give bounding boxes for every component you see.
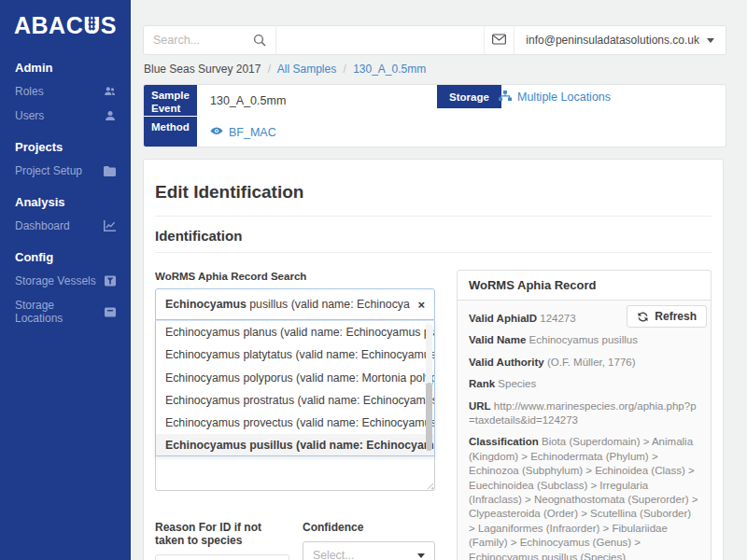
search-section: [144, 26, 276, 54]
breadcrumb: Blue Seas Survey 2017 / All Samples / 13…: [144, 63, 426, 76]
method-link[interactable]: BF_MAC: [197, 117, 276, 147]
page-title: Edit Identification: [155, 182, 712, 203]
field-label: Rank: [469, 378, 495, 389]
sidebar-item-label: Project Setup: [15, 164, 82, 177]
sidebar-item-label: Users: [15, 109, 44, 122]
worms-search-combobox[interactable]: Echinocyamus pusillus (valid name: Echin…: [155, 288, 435, 320]
search-icon[interactable]: [253, 34, 266, 47]
combobox-selected-value: Echinocyamus pusillus (valid name: Echin…: [165, 298, 410, 311]
sidebar-section-config: Config: [0, 238, 131, 269]
field-label: Valid Name: [469, 334, 526, 345]
field-label: Classification: [469, 436, 539, 447]
search-input[interactable]: [153, 34, 253, 47]
divider: [155, 216, 712, 217]
storage-value: Multiple Locations: [517, 91, 611, 104]
eye-icon: [210, 126, 223, 139]
method-value: BF_MAC: [229, 126, 276, 139]
app-logo[interactable]: ABACUS: [0, 0, 131, 49]
chart-line-icon: [104, 220, 116, 231]
confidence-placeholder: Select...: [313, 549, 417, 560]
sidebar-section-projects: Projects: [0, 128, 131, 159]
refresh-button-label: Refresh: [655, 310, 697, 323]
divider: [155, 252, 712, 253]
confidence-label: Confidence: [303, 521, 435, 534]
envelope-icon: [492, 32, 506, 49]
selects-row: Reason For ID if not taken to species Se…: [155, 521, 435, 560]
chevron-down-icon: [417, 553, 425, 558]
notes-area-wrapper: Echinocyamus planus (valid name: Echinoc…: [155, 320, 435, 491]
vessel-icon: [105, 275, 116, 287]
sidebar-item-storage-vessels[interactable]: Storage Vessels: [0, 269, 131, 293]
worms-search-results-dropdown: Echinocyamus planus (valid name: Echinoc…: [155, 320, 435, 456]
confidence-field: Confidence Select...: [303, 521, 435, 560]
sidebar-item-storage-locations[interactable]: Storage Locations: [0, 293, 131, 330]
roles-group-icon: [104, 86, 116, 97]
method-row: Method BF_MAC: [144, 117, 726, 147]
confidence-select[interactable]: Select...: [303, 541, 435, 560]
storage-locations-link[interactable]: Multiple Locations: [499, 85, 611, 108]
dropdown-option[interactable]: Echinocyamus planus (valid name: Echinoc…: [156, 321, 434, 343]
dropdown-option[interactable]: Echinocyamus prostratus (valid name: Ech…: [156, 389, 434, 412]
sidebar-item-label: Dashboard: [15, 219, 70, 232]
dropdown-scrollbar-track: [426, 323, 432, 454]
sidebar-section-admin: Admin: [0, 49, 131, 79]
reason-label: Reason For ID if not taken to species: [155, 521, 291, 547]
sitemap-icon: [499, 91, 512, 104]
refresh-icon: [637, 311, 649, 323]
dropdown-option-highlighted[interactable]: Echinocyamus pusillus (valid name: Echin…: [156, 434, 434, 456]
identification-columns: WoRMS Aphia Record Search Echinocyamus p…: [155, 264, 712, 560]
worms-field-url: URL http://www.marinespecies.org/aphia.p…: [469, 399, 699, 428]
dropdown-option[interactable]: Echinocyamus platytatus (valid name: Ech…: [156, 343, 434, 366]
breadcrumb-separator: /: [343, 63, 345, 76]
sidebar-item-label: Roles: [15, 85, 44, 98]
sidebar-item-project-setup[interactable]: Project Setup: [0, 159, 131, 183]
refresh-button[interactable]: Refresh: [627, 305, 707, 328]
worms-field-rank: Rank Species: [469, 377, 699, 391]
breadcrumb-separator: /: [268, 63, 271, 76]
worms-aphia-record-panel: WoRMS Aphia Record Refresh Valid AphiaID…: [457, 270, 712, 560]
breadcrumb-project: Blue Seas Survey 2017: [144, 63, 261, 76]
field-label: URL: [469, 400, 491, 412]
account-email: info@peninsuladatasolutions.co.uk: [526, 34, 699, 47]
field-value: Biota (Superdomain) > Animalia (Kingdom)…: [469, 436, 698, 560]
field-value: Species: [498, 378, 536, 389]
dropdown-option[interactable]: Echinocyamus polyporus (valid name: Mort…: [156, 367, 434, 389]
reason-select[interactable]: Select...: [155, 554, 289, 560]
breadcrumb-current-sample: 130_A_0.5mm: [353, 63, 426, 76]
worms-field-classification: Classification Biota (Superdomain) > Ani…: [469, 435, 699, 560]
top-toolbar: info@peninsuladatasolutions.co.uk: [143, 25, 726, 55]
folder-icon: [104, 166, 116, 176]
sample-event-value: 130_A_0.5mm: [197, 85, 286, 117]
sidebar-item-roles[interactable]: Roles: [0, 79, 131, 104]
worms-field-valid-name: Valid Name Echinocyamus pusillus: [469, 333, 699, 347]
worms-field-valid-authority: Valid Authority (O.F. Müller, 1776): [469, 356, 699, 370]
account-menu[interactable]: info@peninsuladatasolutions.co.uk: [514, 26, 726, 54]
method-label: Method: [144, 117, 197, 147]
identification-section-title: Identification: [155, 228, 712, 244]
field-value: Echinocyamus pusillus: [529, 334, 638, 345]
mail-button[interactable]: [485, 26, 514, 54]
worms-search-label: WoRMS Aphia Record Search: [155, 271, 435, 282]
field-label: Valid AphiaID: [469, 313, 537, 324]
sidebar-section-analysis: Analysis: [0, 183, 131, 214]
field-value: (O.F. Müller, 1776): [547, 357, 636, 368]
field-label: Valid Authority: [469, 357, 544, 368]
app-root: ABACUS Admin Roles Users Projects Projec…: [0, 0, 747, 560]
breadcrumb-all-samples-link[interactable]: All Samples: [277, 63, 336, 76]
worms-panel-title: WoRMS Aphia Record: [458, 271, 711, 301]
reason-field: Reason For ID if not taken to species Se…: [155, 521, 291, 560]
sidebar-item-users[interactable]: Users: [0, 104, 131, 128]
identification-form-column: WoRMS Aphia Record Search Echinocyamus p…: [155, 264, 435, 560]
storage-label: Storage: [437, 85, 501, 108]
clear-selection-icon[interactable]: ×: [410, 298, 425, 312]
user-icon: [105, 110, 116, 121]
worms-panel-body: Valid AphiaID 124273 Valid Name Echinocy…: [458, 301, 711, 560]
toolbar-spacer: [276, 26, 484, 54]
sidebar-item-dashboard[interactable]: Dashboard: [0, 214, 131, 238]
edit-identification-card: Edit Identification Identification WoRMS…: [143, 159, 724, 560]
chevron-down-icon: [707, 38, 714, 43]
dropdown-scrollbar-thumb[interactable]: [426, 383, 432, 451]
sidebar: ABACUS Admin Roles Users Projects Projec…: [0, 0, 131, 560]
sidebar-item-label: Storage Locations: [15, 299, 105, 325]
dropdown-option[interactable]: Echinocyamus provectus (valid name: Echi…: [156, 412, 434, 434]
